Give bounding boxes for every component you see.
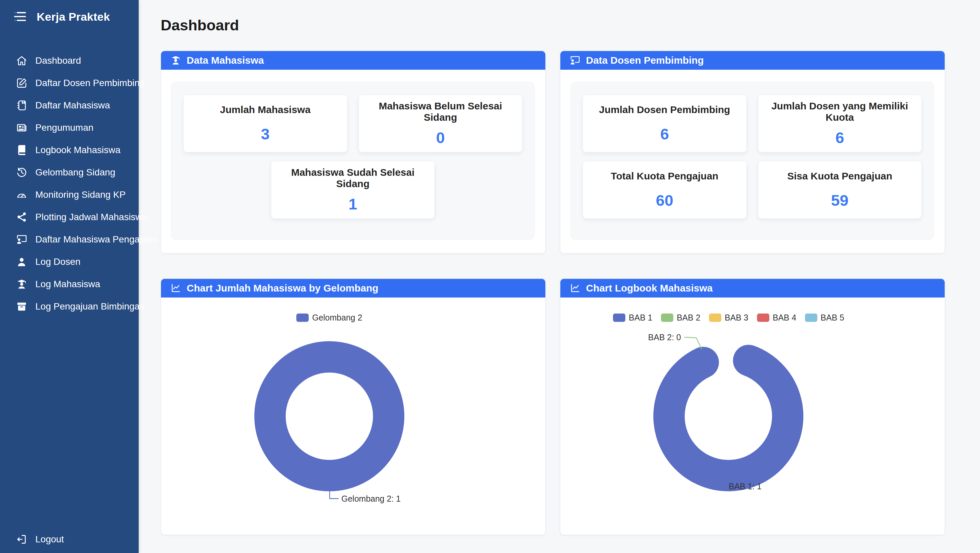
sidebar-item-label: Gelombang Sidang: [35, 167, 115, 178]
callout-label: Gelombang 2: 1: [341, 494, 401, 503]
sidebar-item-daftar-dosen-pembimbing[interactable]: Daftar Dosen Pembimbing: [0, 72, 138, 94]
card-title: Data Dosen Pembimbing: [586, 55, 704, 66]
sidebar-item-logout[interactable]: Logout: [0, 528, 159, 550]
dashboard-grid: Data Mahasiswa Jumlah Mahasiswa 3 Mahasi…: [161, 51, 980, 535]
callout-label: BAB 2: 0: [648, 333, 681, 342]
pen-square-icon: [15, 77, 28, 89]
stat-value: 6: [835, 128, 844, 147]
card-header-data-mahasiswa: Data Mahasiswa: [161, 51, 545, 70]
card-chart-gelombang: Chart Jumlah Mahasiswa by Gelombang Gelo…: [161, 279, 546, 535]
chart-line-icon: [569, 282, 581, 294]
page-title: Dashboard: [161, 17, 980, 34]
person-board-icon: [569, 54, 581, 66]
stat-value: 6: [660, 125, 669, 143]
logout-label: Logout: [35, 534, 64, 545]
sidebar-item-label: Pengumuman: [35, 123, 93, 133]
stat-value: 3: [261, 125, 270, 143]
doughnut-chart: BAB 2: 0BAB 1: 1: [560, 298, 945, 535]
gauge-icon: [15, 188, 28, 201]
archive-icon: [15, 300, 28, 313]
sidebar-item-daftar-mahasiswa-pengajuan[interactable]: Daftar Mahasiswa Pengajuan: [0, 228, 138, 250]
sidebar-item-log-pengajuan-bimbingan[interactable]: Log Pengajuan Bimbingan: [0, 295, 138, 317]
stat-label: Jumlah Dosen Pembimbing: [599, 104, 730, 116]
sidebar-item-label: Log Mahasiswa: [35, 279, 100, 290]
sidebar-item-label: Monitoring Sidang KP: [35, 190, 126, 200]
clock-history-icon: [15, 166, 28, 179]
stat-mahasiswa-belum-selesai-sidang: Mahasiswa Belum Selesai Sidang 0: [359, 95, 522, 152]
journal-icon: [15, 99, 28, 112]
stat-label: Mahasiswa Belum Selesai Sidang: [366, 100, 515, 123]
house-icon: [15, 54, 28, 67]
sidebar-item-daftar-mahasiswa[interactable]: Daftar Mahasiswa: [0, 94, 138, 116]
stat-label: Jumlah Mahasiswa: [220, 104, 311, 116]
card-title: Chart Jumlah Mahasiswa by Gelombang: [187, 282, 378, 294]
stat-jumlah-dosen-kuota: Jumlah Dosen yang Memiliki Kuota 6: [758, 95, 922, 152]
person-icon: [15, 255, 28, 268]
card-data-mahasiswa: Data Mahasiswa Jumlah Mahasiswa 3 Mahasi…: [161, 51, 546, 253]
sidebar-item-pengumuman[interactable]: Pengumuman: [0, 116, 138, 139]
sidebar-header: Kerja Praktek: [0, 0, 138, 25]
stat-value: 1: [348, 195, 357, 213]
person-board-icon: [15, 233, 28, 246]
stat-value: 0: [436, 128, 445, 147]
main-content: Dashboard Data Mahasiswa: [138, 0, 980, 553]
chart-line-icon: [170, 282, 182, 294]
sidebar-item-dashboard[interactable]: Dashboard: [0, 49, 138, 72]
sidebar: Kerja Praktek Dashboard Daftar Do: [0, 0, 138, 553]
stat-value: 60: [656, 191, 673, 209]
card-title: Chart Logbook Mahasiswa: [586, 282, 713, 294]
graduate-icon: [15, 278, 28, 290]
stat-label: Jumlah Dosen yang Memiliki Kuota: [765, 100, 915, 123]
stat-mahasiswa-sudah-selesai-sidang: Mahasiswa Sudah Selesai Sidang 1: [271, 161, 435, 218]
card-title: Data Mahasiswa: [187, 55, 264, 66]
stat-sisa-kuota-pengajuan: Sisa Kuota Pengajuan 59: [758, 161, 922, 218]
sidebar-item-label: Log Pengajuan Bimbingan: [35, 301, 145, 312]
app-root: Kerja Praktek Dashboard Daftar Do: [0, 0, 980, 553]
sidebar-item-monitoring-sidang-kp[interactable]: Monitoring Sidang KP: [0, 183, 138, 206]
stats-body: Jumlah Dosen Pembimbing 6 Jumlah Dosen y…: [560, 70, 945, 253]
sidebar-item-plotting-jadwal-mahasiswa[interactable]: Plotting Jadwal Mahasiswa: [0, 206, 138, 228]
chart-logbook-body: BAB 1BAB 2BAB 3BAB 4BAB 5BAB 2: 0BAB 1: …: [560, 298, 945, 535]
logout-icon: [15, 533, 28, 546]
newspaper-icon: [15, 121, 28, 134]
stat-label: Sisa Kuota Pengajuan: [788, 171, 892, 182]
stat-panel: Jumlah Mahasiswa 3 Mahasiswa Belum Seles…: [171, 82, 535, 240]
card-data-dosen-pembimbing: Data Dosen Pembimbing Jumlah Dosen Pembi…: [560, 51, 945, 253]
sidebar-item-label: Log Dosen: [35, 257, 80, 267]
stat-label: Total Kuota Pengajuan: [611, 171, 718, 182]
sidebar-item-label: Plotting Jadwal Mahasiswa: [35, 212, 147, 223]
card-chart-logbook: Chart Logbook Mahasiswa BAB 1BAB 2BAB 3B…: [560, 279, 945, 535]
book-icon: [15, 144, 28, 156]
stat-jumlah-mahasiswa: Jumlah Mahasiswa 3: [184, 95, 347, 152]
card-header-data-dosen: Data Dosen Pembimbing: [560, 51, 945, 70]
stat-value: 59: [831, 191, 848, 209]
sidebar-item-log-dosen[interactable]: Log Dosen: [0, 250, 138, 273]
sidebar-item-log-mahasiswa[interactable]: Log Mahasiswa: [0, 273, 138, 295]
share-nodes-icon: [15, 211, 28, 223]
chart-gelombang-body: Gelombang 2Gelombang 2: 1: [161, 298, 545, 535]
sidebar-item-label: Dashboard: [35, 55, 81, 66]
graduate-icon: [170, 54, 182, 66]
sidebar-item-label: Logbook Mahasiswa: [35, 145, 120, 155]
doughnut-segment: [270, 357, 389, 476]
stat-label: Mahasiswa Sudah Selesai Sidang: [278, 167, 428, 190]
card-header-chart-gelombang: Chart Jumlah Mahasiswa by Gelombang: [161, 279, 545, 298]
callout-label: BAB 1: 1: [729, 481, 762, 491]
doughnut-segment: [669, 360, 788, 476]
stat-total-kuota-pengajuan: Total Kuota Pengajuan 60: [583, 161, 746, 218]
stats-body: Jumlah Mahasiswa 3 Mahasiswa Belum Seles…: [161, 70, 545, 253]
sidebar-item-logbook-mahasiswa[interactable]: Logbook Mahasiswa: [0, 139, 138, 161]
app-title: Kerja Praktek: [37, 10, 110, 23]
stat-jumlah-dosen-pembimbing: Jumlah Dosen Pembimbing 6: [583, 95, 746, 152]
sidebar-item-gelombang-sidang[interactable]: Gelombang Sidang: [0, 161, 138, 183]
doughnut-chart: Gelombang 2: 1: [161, 298, 546, 535]
card-header-chart-logbook: Chart Logbook Mahasiswa: [560, 279, 945, 298]
sidebar-item-label: Daftar Dosen Pembimbing: [35, 78, 145, 88]
sidebar-menu: Dashboard Daftar Dosen Pembimbing: [0, 49, 138, 317]
menu-toggle-icon[interactable]: [12, 9, 28, 25]
stat-panel: Jumlah Dosen Pembimbing 6 Jumlah Dosen y…: [570, 82, 934, 240]
sidebar-item-label: Daftar Mahasiswa: [35, 100, 110, 111]
